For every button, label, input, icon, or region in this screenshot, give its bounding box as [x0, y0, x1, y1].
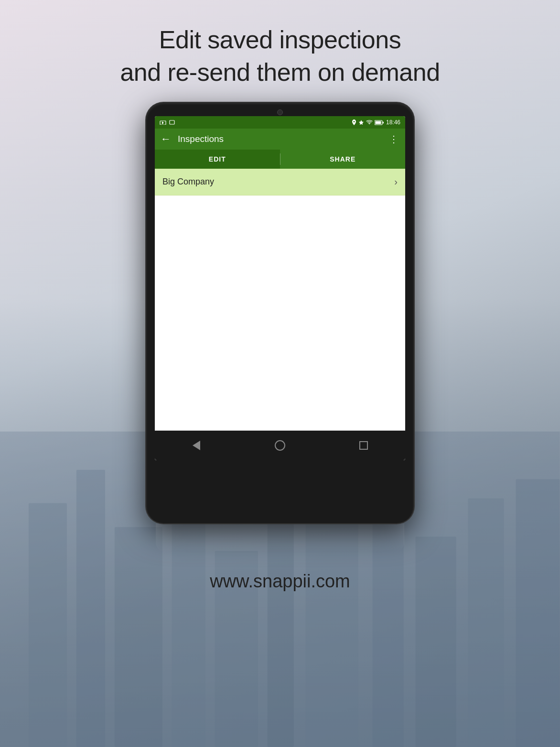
- tab-bar: EDIT SHARE: [155, 150, 405, 169]
- clock: 18:46: [386, 119, 400, 126]
- svg-point-15: [353, 121, 355, 122]
- app-bar: ← Inspections ⋮: [155, 129, 405, 150]
- nav-home-button[interactable]: [270, 436, 290, 455]
- svg-rect-2: [76, 470, 105, 747]
- back-nav-icon: [193, 441, 200, 450]
- tab-share[interactable]: SHARE: [280, 150, 406, 169]
- headline: Edit saved inspections and re-send them …: [120, 24, 440, 88]
- chevron-right-icon: ›: [394, 176, 398, 187]
- battery-icon: [375, 120, 384, 125]
- svg-marker-16: [359, 120, 364, 125]
- svg-rect-3: [115, 527, 162, 747]
- svg-rect-11: [516, 479, 560, 747]
- photo-icon: [160, 120, 166, 125]
- star-icon: [358, 119, 364, 125]
- app-bar-title: Inspections: [178, 134, 386, 144]
- nav-recents-button[interactable]: [354, 436, 373, 455]
- list-item[interactable]: Big Company ›: [155, 169, 405, 195]
- device-screen: 18:46 ← Inspections ⋮ EDIT SHARE Big Com…: [155, 116, 405, 460]
- svg-rect-9: [416, 537, 456, 747]
- tab-edit[interactable]: EDIT: [155, 150, 280, 169]
- status-bar: 18:46: [155, 116, 405, 129]
- tablet-frame: 18:46 ← Inspections ⋮ EDIT SHARE Big Com…: [146, 103, 414, 523]
- overflow-menu-button[interactable]: ⋮: [386, 131, 401, 147]
- nav-back-button[interactable]: [187, 436, 206, 455]
- back-button[interactable]: ←: [159, 131, 173, 147]
- header-section: Edit saved inspections and re-send them …: [120, 24, 440, 88]
- location-icon: [352, 119, 356, 125]
- status-left-icons: [160, 120, 175, 125]
- bottom-navigation: [155, 431, 405, 460]
- tablet-device: 18:46 ← Inspections ⋮ EDIT SHARE Big Com…: [146, 103, 414, 552]
- home-nav-icon: [275, 440, 285, 451]
- status-right-icons: 18:46: [352, 119, 400, 126]
- svg-rect-14: [170, 120, 174, 124]
- svg-rect-19: [383, 121, 384, 123]
- svg-rect-10: [468, 498, 504, 747]
- content-area: Big Company ›: [155, 169, 405, 429]
- svg-marker-13: [162, 121, 164, 124]
- screen-icon: [169, 120, 175, 125]
- footer-url: www.snappii.com: [210, 571, 350, 592]
- wifi-icon: [366, 120, 373, 125]
- list-item-text: Big Company: [162, 177, 394, 187]
- svg-rect-18: [375, 121, 381, 124]
- svg-rect-1: [29, 503, 67, 747]
- recents-nav-icon: [359, 441, 368, 450]
- tablet-reflection: [156, 523, 404, 552]
